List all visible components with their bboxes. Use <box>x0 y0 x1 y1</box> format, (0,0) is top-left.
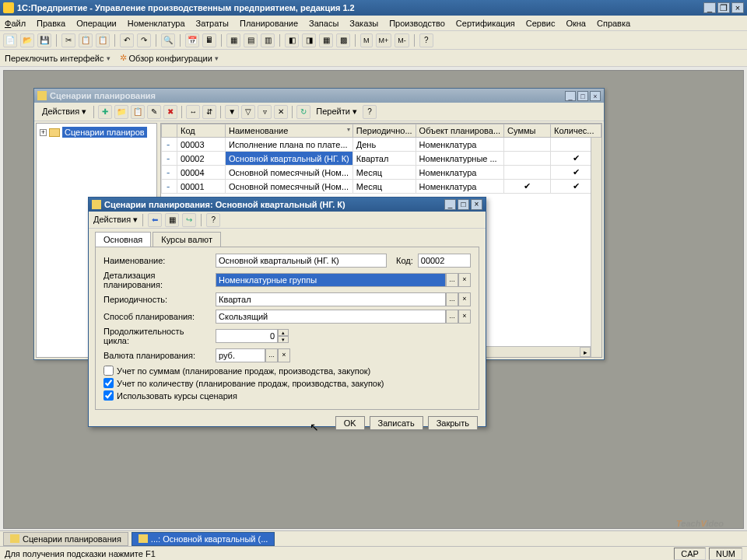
col-period[interactable]: Периодично... <box>352 124 416 138</box>
clear-button[interactable]: × <box>458 292 471 306</box>
help-icon[interactable]: ? <box>363 105 377 119</box>
calendar-icon[interactable]: 📅 <box>185 33 199 47</box>
detail-field[interactable] <box>216 273 446 287</box>
close-button[interactable]: × <box>471 199 482 210</box>
period-field[interactable] <box>216 292 446 306</box>
minimize-button[interactable]: _ <box>703 2 716 13</box>
maximize-button[interactable]: □ <box>577 91 588 101</box>
config-overview[interactable]: ✲Обзор конфигурации▾ <box>120 53 219 63</box>
toolbar-icon[interactable]: M- <box>395 33 409 47</box>
actions-menu[interactable]: Действия ▾ <box>39 105 89 118</box>
menu-help[interactable]: Справка <box>597 19 630 28</box>
task-scenario-edit[interactable]: ...: Основной квартальный (... <box>132 532 275 546</box>
open-icon[interactable]: 📂 <box>20 33 34 47</box>
toolbar-icon[interactable]: ◨ <box>302 33 316 47</box>
find-icon[interactable]: 🔍 <box>161 33 175 47</box>
col-qty[interactable]: Количес... <box>551 124 601 138</box>
clear-button[interactable]: × <box>458 310 471 324</box>
menu-orders[interactable]: Заказы <box>349 19 378 28</box>
minimize-button[interactable]: _ <box>444 199 456 210</box>
spin-down-icon[interactable]: ▾ <box>278 336 289 343</box>
clear-button[interactable]: × <box>278 348 290 362</box>
toolbar-icon[interactable]: ▥ <box>261 33 275 47</box>
restore-button[interactable]: ❐ <box>717 2 730 13</box>
save-button[interactable]: Записать <box>370 416 423 430</box>
calc-icon[interactable]: 🖩 <box>202 33 216 47</box>
filter-icon[interactable]: ▼ <box>225 105 239 119</box>
toolbar-icon[interactable]: M+ <box>376 33 392 47</box>
toolbar-icon[interactable]: ▤ <box>244 33 258 47</box>
edit-icon[interactable]: ✎ <box>147 105 161 119</box>
save-icon[interactable]: ⬅ <box>148 213 162 227</box>
goto-icon[interactable]: ↪ <box>182 213 196 227</box>
tab-rates[interactable]: Курсы валют <box>153 232 221 247</box>
copy-icon[interactable]: 📋 <box>131 105 145 119</box>
check-sums[interactable] <box>103 366 114 376</box>
code-field[interactable] <box>418 254 471 268</box>
new-icon[interactable]: 📄 <box>3 33 17 47</box>
method-field[interactable] <box>216 310 446 324</box>
table-row[interactable]: - 00004 Основной помесячный (Ном... Меся… <box>162 166 601 180</box>
menu-nomenclature[interactable]: Номенклатура <box>128 19 185 28</box>
select-button[interactable]: ... <box>265 348 278 362</box>
undo-icon[interactable]: ↶ <box>120 33 134 47</box>
clear-button[interactable]: × <box>458 273 471 287</box>
col-sums[interactable]: Суммы <box>504 124 551 138</box>
minimize-button[interactable]: _ <box>565 91 576 101</box>
spin-up-icon[interactable]: ▴ <box>278 329 289 336</box>
add-icon[interactable]: ✚ <box>98 105 112 119</box>
select-button[interactable]: ... <box>446 310 458 324</box>
menu-planning[interactable]: Планирование <box>240 19 298 28</box>
help-icon[interactable]: ? <box>206 213 220 227</box>
delete-icon[interactable]: ✖ <box>163 105 177 119</box>
scroll-right-icon[interactable]: ▸ <box>580 347 591 357</box>
task-scenarios-list[interactable]: Сценарии планирования <box>3 532 128 546</box>
name-field[interactable] <box>216 254 387 268</box>
select-button[interactable]: ... <box>446 292 458 306</box>
help-icon[interactable]: ? <box>419 33 433 47</box>
move-icon[interactable]: ↔ <box>186 105 200 119</box>
menu-windows[interactable]: Окна <box>566 19 586 28</box>
menu-production[interactable]: Производство <box>389 19 445 28</box>
col-code[interactable]: Код <box>177 124 226 138</box>
paste-icon[interactable]: 📋 <box>96 33 110 47</box>
menu-file[interactable]: ФФайлайл <box>5 19 26 28</box>
hierarchy-icon[interactable]: ⇵ <box>202 105 216 119</box>
clear-filter-icon[interactable]: ✕ <box>274 105 288 119</box>
check-rates[interactable] <box>103 390 114 401</box>
menu-edit[interactable]: Правка <box>37 19 65 28</box>
expand-icon[interactable]: + <box>40 129 47 136</box>
toolbar-icon[interactable]: ◧ <box>285 33 299 47</box>
add-folder-icon[interactable]: 📁 <box>114 105 128 119</box>
switch-interface[interactable]: Переключить интерфейс▾ <box>5 54 110 63</box>
toolbar-icon[interactable]: M <box>360 33 373 47</box>
menu-cert[interactable]: Сертификация <box>456 19 515 28</box>
duration-field[interactable] <box>216 329 278 343</box>
menu-costs[interactable]: Затраты <box>196 19 230 28</box>
table-row[interactable]: - 00001 Основной помесячный (Ном... Меся… <box>162 180 601 194</box>
vertical-scrollbar[interactable] <box>591 138 601 357</box>
ok-button[interactable]: OK <box>335 416 365 430</box>
copy-icon[interactable]: 📋 <box>79 33 93 47</box>
menu-stock[interactable]: Запасы <box>309 19 338 28</box>
filter-icon[interactable]: ▿ <box>258 105 272 119</box>
menu-operations[interactable]: Операции <box>76 19 116 28</box>
close-button[interactable]: × <box>590 91 601 101</box>
close-button[interactable]: Закрыть <box>428 416 478 430</box>
post-icon[interactable]: ▦ <box>165 213 179 227</box>
filter-icon[interactable]: ▽ <box>241 105 255 119</box>
close-button[interactable]: × <box>731 2 744 13</box>
check-qty[interactable] <box>103 378 114 388</box>
select-button[interactable]: ... <box>446 273 458 287</box>
toolbar-icon[interactable]: ▦ <box>226 33 240 47</box>
currency-field[interactable] <box>216 348 265 362</box>
toolbar-icon[interactable]: ▩ <box>336 33 350 47</box>
table-row[interactable]: - 00003 Исполнение плана по плате... Ден… <box>162 138 601 152</box>
redo-icon[interactable]: ↷ <box>137 33 151 47</box>
tree-root-node[interactable]: + Сценарии планиров <box>40 127 153 138</box>
actions-menu[interactable]: Действия ▾ <box>93 215 138 225</box>
maximize-button[interactable]: □ <box>458 199 469 210</box>
col-object[interactable]: Объект планирова... <box>416 124 503 138</box>
tab-main[interactable]: Основная <box>95 232 151 247</box>
save-icon[interactable]: 💾 <box>37 33 51 47</box>
